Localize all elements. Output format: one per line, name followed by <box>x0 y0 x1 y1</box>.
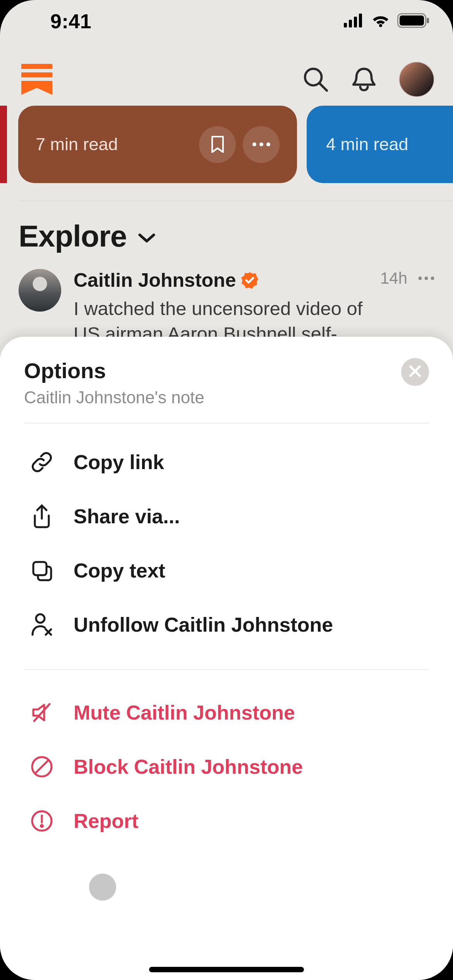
verified-badge-icon <box>241 272 258 289</box>
post-header: Caitlin Johnstone I watched the uncensor… <box>19 269 434 346</box>
featured-cards-row: 7 min read 4 min read <box>0 106 453 183</box>
mute-icon <box>30 701 53 724</box>
unfollow-icon <box>30 613 53 636</box>
read-time-label: 4 min read <box>326 134 453 154</box>
svg-point-10 <box>305 69 322 86</box>
read-time-label: 7 min read <box>36 134 192 154</box>
post-right: 14h <box>380 269 434 288</box>
options-group-primary: Copy link Share via... Copy text Unfollo… <box>0 423 453 665</box>
options-group-danger: Mute Caitlin Johnstone Block Caitlin Joh… <box>0 674 453 862</box>
cellular-icon <box>344 14 364 29</box>
chevron-down-icon <box>138 233 155 245</box>
status-bar: 9:41 <box>0 0 453 43</box>
author-name[interactable]: Caitlin Johnstone <box>74 269 236 291</box>
sheet-header: Options Caitlin Johnstone's note <box>0 358 453 423</box>
explore-heading[interactable]: Explore <box>19 219 155 254</box>
home-indicator[interactable] <box>149 967 304 972</box>
svg-point-14 <box>266 142 270 146</box>
option-label: Report <box>74 809 139 833</box>
bookmark-button[interactable] <box>199 126 236 163</box>
option-label: Mute Caitlin Johnstone <box>74 701 295 724</box>
top-nav <box>0 54 453 105</box>
card-previous-edge[interactable] <box>0 106 7 183</box>
post-meta: Caitlin Johnstone I watched the uncensor… <box>74 269 368 346</box>
status-indicators <box>344 13 430 29</box>
option-mute[interactable]: Mute Caitlin Johnstone <box>0 685 453 740</box>
copy-icon <box>30 559 53 582</box>
option-label: Block Caitlin Johnstone <box>74 755 303 778</box>
svg-rect-7 <box>427 18 429 23</box>
svg-point-17 <box>425 277 428 280</box>
svg-rect-21 <box>33 562 46 575</box>
option-block[interactable]: Block Caitlin Johnstone <box>0 740 453 794</box>
block-icon <box>30 755 53 778</box>
feed-post[interactable]: Caitlin Johnstone I watched the uncensor… <box>19 269 434 346</box>
svg-rect-3 <box>359 14 362 27</box>
sheet-title: Options <box>24 358 204 383</box>
top-nav-actions <box>302 62 434 97</box>
option-share-via[interactable]: Share via... <box>0 489 453 543</box>
option-label: Share via... <box>74 505 180 528</box>
svg-line-11 <box>320 84 327 91</box>
more-button[interactable] <box>243 126 280 163</box>
option-label: Copy text <box>74 559 165 582</box>
sheet-divider <box>24 669 429 670</box>
option-copy-link[interactable]: Copy link <box>0 435 453 489</box>
status-time: 9:41 <box>50 10 91 33</box>
svg-point-18 <box>431 277 434 280</box>
svg-point-12 <box>252 142 256 146</box>
report-icon <box>30 809 53 833</box>
svg-rect-8 <box>21 64 52 69</box>
svg-point-13 <box>259 142 263 146</box>
svg-rect-2 <box>354 17 357 27</box>
app-logo-icon[interactable] <box>21 64 52 95</box>
option-copy-text[interactable]: Copy text <box>0 543 453 598</box>
profile-avatar[interactable] <box>399 62 434 97</box>
post-timestamp: 14h <box>380 269 407 288</box>
svg-rect-0 <box>344 23 347 27</box>
svg-point-4 <box>379 24 382 27</box>
explore-title: Explore <box>19 219 127 254</box>
svg-line-27 <box>35 760 48 773</box>
close-icon <box>408 365 422 379</box>
svg-rect-6 <box>400 15 424 26</box>
post-more-icon[interactable] <box>418 275 434 282</box>
sheet-subtitle: Caitlin Johnstone's note <box>24 388 204 407</box>
close-button[interactable] <box>401 358 429 386</box>
search-icon[interactable] <box>302 66 329 93</box>
svg-point-16 <box>419 277 422 280</box>
activity-bell-icon[interactable] <box>350 66 378 93</box>
option-unfollow[interactable]: Unfollow Caitlin Johnstone <box>0 598 453 652</box>
option-report[interactable]: Report <box>0 794 453 848</box>
wifi-icon <box>371 14 390 29</box>
svg-point-22 <box>36 614 45 623</box>
link-icon <box>30 451 53 474</box>
share-icon <box>30 505 53 528</box>
featured-card-2[interactable]: 4 min read <box>307 106 453 183</box>
options-bottom-sheet: Options Caitlin Johnstone's note Copy li… <box>0 337 453 980</box>
svg-point-30 <box>41 825 43 827</box>
author-avatar[interactable] <box>19 269 61 312</box>
touch-indicator <box>89 874 116 901</box>
featured-card-1[interactable]: 7 min read <box>18 106 297 183</box>
device-frame: 9:41 <box>0 0 453 980</box>
option-label: Unfollow Caitlin Johnstone <box>74 613 333 636</box>
svg-rect-9 <box>21 72 52 77</box>
option-label: Copy link <box>74 451 164 474</box>
svg-rect-1 <box>349 20 352 27</box>
battery-icon <box>397 13 430 29</box>
section-divider <box>19 200 453 201</box>
